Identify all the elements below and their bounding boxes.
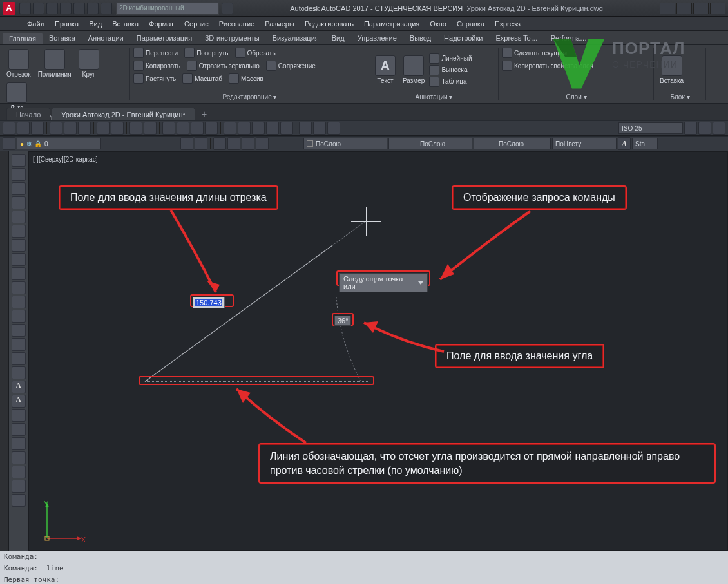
vt-dim-icon[interactable] <box>12 409 26 422</box>
vt-ray-icon[interactable] <box>12 182 26 195</box>
plotstyle-dropdown[interactable]: ПоЦвету <box>552 138 617 149</box>
panel-modify-title[interactable]: Редактирование ▾ <box>133 92 366 100</box>
minimize-icon[interactable] <box>676 3 692 14</box>
drawing-area[interactable]: [-][Сверху][2D-каркас] 150.743 36° Следу… <box>28 151 728 551</box>
tab-view[interactable]: Вид <box>325 32 351 44</box>
dim-cont-icon[interactable] <box>327 122 340 135</box>
panel-annotation-title[interactable]: Аннотации ▾ <box>372 92 495 100</box>
tool-pan-icon[interactable] <box>129 122 142 135</box>
layer-state3-icon[interactable] <box>242 137 254 150</box>
leader-button[interactable]: Выноска <box>429 65 472 75</box>
vt-region-icon[interactable] <box>12 366 26 379</box>
tab-start[interactable]: Начало <box>6 108 50 120</box>
tool-zoom-icon[interactable] <box>144 122 157 135</box>
tool-misc3-icon[interactable] <box>191 122 204 135</box>
tool-misc2-icon[interactable] <box>177 122 189 135</box>
linear-button[interactable]: Линейный <box>429 53 472 64</box>
dim-arc-icon[interactable] <box>280 122 293 135</box>
menu-draw[interactable]: Рисование <box>214 20 260 28</box>
tab-3dtools[interactable]: 3D-инструменты <box>198 32 266 44</box>
viewport-label[interactable]: [-][Сверху][2D-каркас] <box>33 156 97 163</box>
angle-input[interactable]: 36° <box>334 316 351 326</box>
dim-radius-icon[interactable] <box>252 122 265 135</box>
tab-add-button[interactable]: + <box>196 108 212 120</box>
tool-open-icon[interactable] <box>17 122 30 135</box>
vt-spline-icon[interactable] <box>12 281 26 294</box>
match-layer-button[interactable]: Копировать свойства слоя <box>502 61 593 71</box>
dim-edit-icon[interactable] <box>713 122 725 135</box>
vt-gradient-icon[interactable] <box>12 338 26 351</box>
dim-diameter-icon[interactable] <box>266 122 279 135</box>
left-grab-bar[interactable] <box>0 151 9 551</box>
vt-arc-icon[interactable] <box>12 239 26 252</box>
vt-mod1-icon[interactable] <box>12 466 26 478</box>
tab-output[interactable]: Вывод <box>403 32 437 44</box>
tab-addins[interactable]: Надстройки <box>437 32 489 44</box>
array-button[interactable]: Массив <box>229 73 263 84</box>
vt-block-icon[interactable] <box>12 437 26 450</box>
tab-performance[interactable]: Performa… <box>544 32 593 44</box>
vt-ellipsearc-icon[interactable] <box>12 310 26 323</box>
move-button[interactable]: Перенести <box>133 48 178 58</box>
tab-express[interactable]: Express To… <box>489 32 544 44</box>
vt-polyline-icon[interactable] <box>12 196 26 209</box>
layer-prop-icon[interactable] <box>3 137 15 150</box>
dim-new-icon[interactable] <box>698 122 711 135</box>
vt-leader-icon[interactable] <box>12 423 26 436</box>
undo-icon[interactable] <box>87 3 99 14</box>
vt-point-icon[interactable] <box>12 352 26 365</box>
dim-update-icon[interactable] <box>684 122 697 135</box>
share-icon[interactable] <box>222 3 233 14</box>
tab-annotate[interactable]: Аннотации <box>82 32 130 44</box>
lineweight-dropdown[interactable]: ПоСлою <box>474 138 551 149</box>
menu-file[interactable]: Файл <box>22 20 50 28</box>
tool-redo-icon[interactable] <box>111 122 124 135</box>
fillet-button[interactable]: Сопряжение <box>266 61 316 71</box>
new-icon[interactable] <box>19 3 31 14</box>
dim-base-icon[interactable] <box>313 122 326 135</box>
tab-manage[interactable]: Управление <box>351 32 403 44</box>
trim-button[interactable]: Обрезать <box>235 48 276 58</box>
make-current-button[interactable]: Сделать текущим <box>502 48 567 58</box>
text-style-icon[interactable]: A <box>618 137 631 150</box>
menu-insert[interactable]: Вставка <box>107 20 144 28</box>
layer-state1-icon[interactable] <box>213 137 226 150</box>
stretch-button[interactable]: Растянуть <box>133 73 176 84</box>
tab-current-document[interactable]: Уроки Автокад 2D - Евгений Курицин* <box>52 108 195 120</box>
panel-block-title[interactable]: Блок ▾ <box>657 92 703 100</box>
panel-layers-title[interactable]: Слои ▾ <box>502 92 651 100</box>
tool-paste-icon[interactable] <box>78 122 91 135</box>
print-icon[interactable] <box>73 3 85 14</box>
vt-mod3-icon[interactable] <box>12 494 26 507</box>
menu-tools[interactable]: Сервис <box>179 20 214 28</box>
menu-param[interactable]: Параметризация <box>359 20 425 28</box>
saveas-icon[interactable] <box>60 3 72 14</box>
layer-prev-icon[interactable] <box>195 137 207 150</box>
menu-dims[interactable]: Размеры <box>260 20 300 28</box>
dim-ord-icon[interactable] <box>299 122 312 135</box>
dim-angular-icon[interactable] <box>238 122 251 135</box>
vt-donut-icon[interactable] <box>12 267 26 280</box>
menu-modify[interactable]: Редактировать <box>300 20 359 28</box>
save-icon[interactable] <box>46 3 58 14</box>
chevron-down-icon[interactable] <box>418 281 423 285</box>
help-icon[interactable] <box>660 3 675 14</box>
menu-window[interactable]: Окно <box>425 20 452 28</box>
rotate-button[interactable]: Повернуть <box>184 48 228 58</box>
vt-line-icon[interactable] <box>12 154 26 167</box>
vt-text-icon[interactable]: A <box>12 381 26 393</box>
copy-button[interactable]: Копировать <box>133 61 180 71</box>
insert-block-button[interactable]: Вставка <box>657 54 686 86</box>
vt-polygon-icon[interactable] <box>12 211 26 223</box>
tab-visualize[interactable]: Визуализация <box>266 32 325 44</box>
vt-ellipse-icon[interactable] <box>12 296 26 308</box>
menu-express[interactable]: Express <box>490 20 526 28</box>
app-logo-icon[interactable]: A <box>3 2 15 15</box>
color-dropdown[interactable]: ПоСлою <box>303 138 387 149</box>
vt-circle-icon[interactable] <box>12 253 26 266</box>
workspace-dropdown[interactable]: 2D комбинированный <box>116 2 219 15</box>
vt-rectangle-icon[interactable] <box>12 225 26 238</box>
mirror-button[interactable]: Отразить зеркально <box>187 61 260 71</box>
layer-iso-icon[interactable] <box>180 137 193 150</box>
vt-xline-icon[interactable] <box>12 168 26 181</box>
